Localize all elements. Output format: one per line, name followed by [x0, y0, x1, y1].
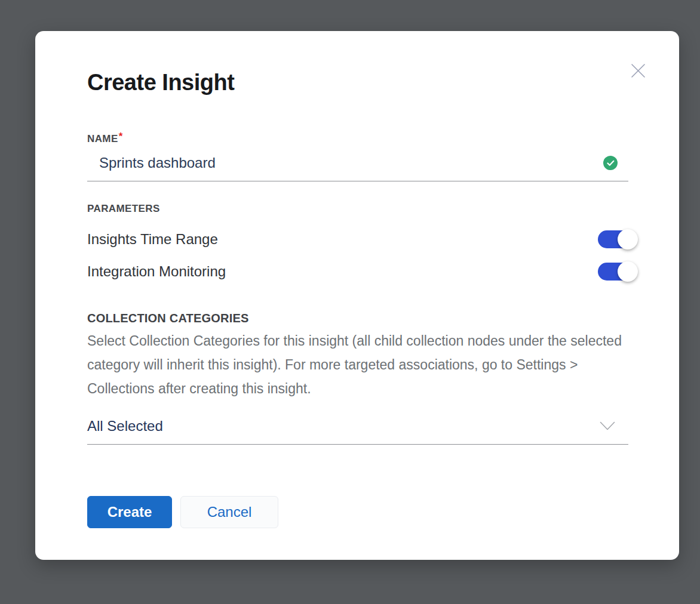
name-label-text: NAME — [87, 133, 118, 144]
parameter-label: Integration Monitoring — [87, 263, 226, 280]
name-label: NAME* — [87, 131, 628, 145]
dialog-content: Create Insight NAME* PARAMETERS Insights… — [35, 31, 679, 560]
parameter-row-insights-time-range: Insights Time Range — [87, 223, 628, 255]
cancel-button[interactable]: Cancel — [180, 496, 278, 528]
name-input-row — [87, 145, 628, 181]
create-insight-dialog: Create Insight NAME* PARAMETERS Insights… — [35, 31, 679, 560]
valid-check-icon — [603, 156, 618, 170]
integration-monitoring-toggle[interactable] — [598, 263, 631, 281]
chevron-down-icon — [600, 421, 615, 431]
collection-categories-dropdown[interactable]: All Selected — [87, 408, 628, 445]
dialog-title: Create Insight — [87, 69, 628, 95]
parameter-row-integration-monitoring: Integration Monitoring — [87, 255, 628, 288]
parameter-label: Insights Time Range — [87, 231, 218, 248]
parameters-heading: PARAMETERS — [87, 203, 628, 215]
create-button[interactable]: Create — [87, 496, 172, 528]
toggle-knob — [618, 229, 638, 249]
toggle-knob — [618, 261, 638, 282]
dialog-actions: Create Cancel — [87, 496, 628, 528]
name-input[interactable] — [87, 145, 628, 181]
dropdown-selected-value: All Selected — [87, 418, 163, 434]
insights-time-range-toggle[interactable] — [598, 230, 631, 248]
parameters-list: Insights Time Range Integration Monitori… — [87, 223, 628, 288]
collection-categories-description: Select Collection Categories for this in… — [87, 329, 628, 400]
required-asterisk: * — [119, 131, 123, 142]
collection-categories-heading: COLLECTION CATEGORIES — [87, 311, 628, 325]
